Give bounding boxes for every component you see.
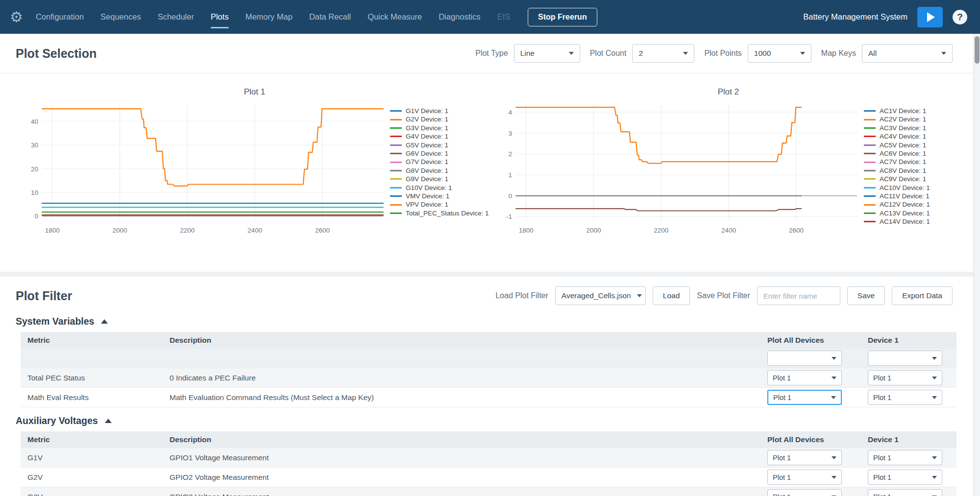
svg-text:2000: 2000	[586, 227, 601, 234]
chevron-down-icon	[832, 476, 836, 479]
help-icon[interactable]: ?	[953, 10, 967, 24]
legend-label: G2V Device: 1	[406, 115, 448, 123]
legend-swatch	[864, 178, 876, 180]
device-1-select[interactable]: Plot 1	[868, 390, 942, 405]
legend-item[interactable]: VMV Device: 1	[390, 192, 488, 200]
plot-1-container: Plot 1 18002000220024002600010203040 G1V…	[18, 87, 491, 239]
nav-item-eis[interactable]: EIS	[496, 8, 511, 25]
column-header: Metric	[21, 332, 163, 349]
scrollbar[interactable]	[973, 34, 980, 496]
plot-1-canvas[interactable]: 18002000220024002600010203040	[18, 100, 390, 239]
plot-all-devices-select[interactable]: Plot 1	[767, 470, 842, 485]
plot-count-select[interactable]: 2	[632, 44, 694, 63]
load-button[interactable]: Load	[653, 286, 690, 305]
metric-cell: Total PEC Status	[21, 368, 163, 388]
nav-item-scheduler[interactable]: Scheduler	[157, 8, 195, 25]
table-row: Total PEC Status0 Indicates a PEC Failur…	[21, 368, 956, 388]
chevron-down-icon	[932, 377, 937, 379]
legend-item[interactable]: G8V Device: 1	[390, 166, 488, 175]
nav-item-quick-measure[interactable]: Quick Measure	[367, 8, 423, 25]
selected-value: 1000	[754, 49, 771, 58]
plot-all-devices-select[interactable]: Plot 1	[767, 370, 842, 385]
plot-filter-title: Plot Filter	[16, 289, 72, 303]
legend-item[interactable]: AC1V Device: 1	[864, 107, 962, 115]
scrollbar-thumb[interactable]	[975, 36, 980, 64]
plot-points-select[interactable]: 1000	[748, 44, 811, 63]
svg-text:0: 0	[34, 213, 38, 220]
legend-item[interactable]: AC9V Device: 1	[864, 175, 962, 183]
legend-item[interactable]: AC11V Device: 1	[864, 192, 962, 200]
legend-item[interactable]: G7V Device: 1	[390, 158, 488, 166]
plot-type-select[interactable]: Line	[514, 44, 580, 63]
collapse-caret-icon[interactable]	[101, 319, 108, 324]
legend-item[interactable]: AC5V Device: 1	[864, 141, 962, 149]
filter-device-1-select[interactable]	[868, 351, 942, 366]
column-header: Metric	[21, 431, 163, 448]
svg-text:40: 40	[31, 118, 38, 125]
legend-item[interactable]: AC4V Device: 1	[864, 132, 962, 141]
legend-item[interactable]: G10V Device: 1	[390, 184, 488, 192]
legend-item[interactable]: VPV Device: 1	[390, 200, 488, 209]
nav-item-memory-map[interactable]: Memory Map	[245, 8, 294, 25]
plot-2-canvas[interactable]: 18002000220024002600-101234	[491, 100, 864, 239]
filter-plot-all-select[interactable]	[767, 351, 842, 366]
legend-item[interactable]: AC6V Device: 1	[864, 149, 962, 158]
device-1-select[interactable]: Plot 1	[868, 489, 942, 496]
nav-item-diagnostics[interactable]: Diagnostics	[438, 8, 481, 25]
collapse-caret-icon[interactable]	[105, 419, 112, 423]
legend-item[interactable]: G2V Device: 1	[390, 115, 488, 123]
chevron-down-icon	[637, 294, 642, 297]
legend-item[interactable]: AC7V Device: 1	[864, 158, 962, 166]
run-button[interactable]	[917, 7, 943, 27]
plot-count-label: Plot Count	[590, 49, 627, 58]
legend-item[interactable]: AC13V Device: 1	[864, 209, 962, 217]
svg-text:20: 20	[31, 165, 38, 173]
legend-item[interactable]: G4V Device: 1	[390, 132, 488, 141]
export-data-button[interactable]: Export Data	[892, 286, 953, 305]
legend-item[interactable]: AC3V Device: 1	[864, 124, 962, 132]
legend-item[interactable]: AC8V Device: 1	[864, 166, 962, 175]
chevron-down-icon	[832, 456, 836, 459]
legend-item[interactable]: G5V Device: 1	[390, 141, 488, 149]
save-button[interactable]: Save	[847, 286, 885, 305]
device-1-select[interactable]: Plot 1	[868, 370, 942, 385]
section-head: System Variables	[16, 316, 956, 327]
plot-count-group: Plot Count2	[590, 44, 695, 63]
legend-swatch	[390, 213, 402, 214]
stop-freerun-button[interactable]: Stop Freerun	[528, 8, 597, 26]
nav-item-configuration[interactable]: Configuration	[35, 8, 85, 25]
device-1-select[interactable]: Plot 1	[868, 450, 942, 465]
chevron-down-icon	[932, 396, 937, 399]
legend-swatch	[864, 187, 876, 189]
save-filter-label: Save Plot Filter	[697, 291, 750, 300]
legend-item[interactable]: G1V Device: 1	[390, 107, 488, 115]
device-1-select[interactable]: Plot 1	[868, 470, 942, 485]
section-title: System Variables	[16, 316, 94, 327]
settings-gear-icon[interactable]: ⚙	[10, 10, 23, 24]
legend-label: AC11V Device: 1	[880, 192, 930, 200]
legend-item[interactable]: G9V Device: 1	[390, 175, 488, 183]
plot-all-devices-select[interactable]: Plot 1	[767, 489, 842, 496]
load-filter-select[interactable]: Averaged_Cells.json	[555, 286, 646, 305]
nav-item-data-recall[interactable]: Data Recall	[308, 8, 352, 25]
legend-item[interactable]: AC10V Device: 1	[864, 184, 962, 192]
legend-swatch	[864, 119, 876, 120]
filter-name-input[interactable]	[757, 286, 840, 305]
svg-text:1800: 1800	[519, 227, 534, 234]
map-keys-select[interactable]: All	[862, 44, 953, 63]
svg-text:2: 2	[508, 150, 512, 158]
filter-row	[21, 349, 956, 368]
legend-label: G6V Device: 1	[406, 149, 448, 158]
legend-item[interactable]: Total_PEC_Status Device: 1	[390, 209, 488, 217]
table-row: Math Eval ResultsMath Evaluation Command…	[21, 388, 956, 407]
nav-item-sequences[interactable]: Sequences	[99, 8, 142, 25]
legend-item[interactable]: AC2V Device: 1	[864, 115, 962, 123]
plot-all-devices-select[interactable]: Plot 1	[767, 450, 842, 465]
legend-item[interactable]: G6V Device: 1	[390, 149, 488, 158]
svg-text:30: 30	[31, 142, 38, 149]
legend-item[interactable]: AC12V Device: 1	[864, 200, 962, 209]
plot-all-devices-select[interactable]: Plot 1	[767, 390, 842, 405]
legend-item[interactable]: G3V Device: 1	[390, 124, 488, 132]
nav-item-plots[interactable]: Plots	[210, 8, 230, 25]
legend-item[interactable]: AC14V Device: 1	[864, 217, 962, 226]
